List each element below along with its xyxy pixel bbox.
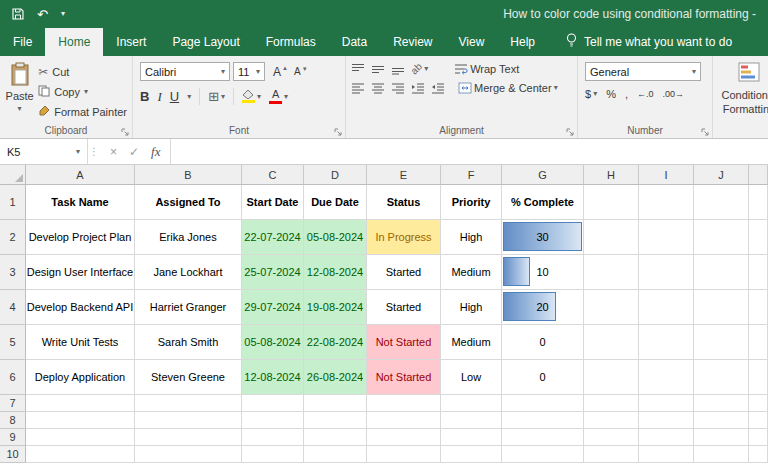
cell[interactable]	[584, 360, 639, 395]
cell[interactable]	[584, 429, 639, 446]
row-header-5[interactable]: 5	[0, 325, 26, 360]
cell[interactable]	[441, 412, 502, 429]
bottom-align-icon[interactable]	[391, 63, 405, 75]
cell[interactable]	[135, 429, 242, 446]
font-dialog-launcher-icon[interactable]	[334, 128, 342, 136]
cell[interactable]	[694, 325, 749, 360]
cell-D3[interactable]: 12-08-2024	[304, 255, 367, 290]
row-header-7[interactable]: 7	[0, 395, 26, 412]
wrap-text-button[interactable]: Wrap Text	[454, 63, 519, 75]
col-header-F[interactable]: F	[441, 165, 502, 185]
cell-A4[interactable]: Develop Backend API	[26, 290, 135, 325]
cell[interactable]	[694, 185, 749, 220]
cell[interactable]	[441, 395, 502, 412]
cell-C3[interactable]: 25-07-2024	[242, 255, 304, 290]
decrease-decimal-icon[interactable]: .00→	[663, 89, 685, 99]
cell-D2[interactable]: 05-08-2024	[304, 220, 367, 255]
cell[interactable]	[242, 412, 304, 429]
cell[interactable]	[694, 290, 749, 325]
cell[interactable]	[749, 255, 768, 290]
tab-formulas[interactable]: Formulas	[253, 28, 329, 56]
row-header-1[interactable]: 1	[0, 185, 26, 220]
cell-E3[interactable]: Started	[367, 255, 441, 290]
center-icon[interactable]	[371, 82, 385, 94]
cell[interactable]	[749, 446, 768, 463]
cell[interactable]	[584, 395, 639, 412]
cell[interactable]	[694, 412, 749, 429]
cell-C2[interactable]: 22-07-2024	[242, 220, 304, 255]
cell[interactable]	[304, 446, 367, 463]
underline-dropdown-icon[interactable]: ▾	[187, 92, 191, 101]
font-color-button[interactable]: A▾	[269, 89, 288, 104]
percent-style-button[interactable]: %	[606, 88, 616, 100]
align-left-icon[interactable]	[351, 82, 365, 94]
cell[interactable]	[584, 290, 639, 325]
cell[interactable]	[367, 395, 441, 412]
cell[interactable]	[135, 395, 242, 412]
row-header-3[interactable]: 3	[0, 255, 26, 290]
decrease-font-size-button[interactable]: A▼	[294, 66, 308, 77]
number-dialog-launcher-icon[interactable]	[701, 128, 709, 136]
cell-E6[interactable]: Not Started	[367, 360, 441, 395]
increase-indent-icon[interactable]	[431, 82, 445, 94]
cell-G2[interactable]: 30	[502, 220, 584, 255]
cancel-icon[interactable]: ×	[110, 145, 117, 159]
cell[interactable]	[694, 220, 749, 255]
increase-font-size-button[interactable]: A▲	[273, 65, 288, 79]
cell[interactable]	[749, 429, 768, 446]
row-header-10[interactable]: 10	[0, 446, 26, 463]
row-header-6[interactable]: 6	[0, 360, 26, 395]
font-name-select[interactable]: Calibri ▾	[140, 62, 230, 81]
cell-B4[interactable]: Harriet Granger	[135, 290, 242, 325]
cell[interactable]	[639, 446, 694, 463]
cell[interactable]	[639, 255, 694, 290]
cell[interactable]	[639, 360, 694, 395]
cell-F2[interactable]: High	[441, 220, 502, 255]
col-header-G[interactable]: G	[502, 165, 584, 185]
col-header-H[interactable]: H	[584, 165, 639, 185]
clipboard-dialog-launcher-icon[interactable]	[121, 128, 129, 136]
cell[interactable]	[367, 412, 441, 429]
fill-color-button[interactable]: ▾	[242, 90, 261, 103]
tab-home[interactable]: Home	[45, 28, 103, 56]
alignment-dialog-launcher-icon[interactable]	[566, 128, 574, 136]
customize-quick-access-icon[interactable]: ▾	[61, 10, 65, 18]
cell[interactable]	[749, 185, 768, 220]
cell[interactable]	[639, 290, 694, 325]
increase-decimal-icon[interactable]: ←.0	[637, 89, 654, 99]
paste-button[interactable]: Paste ▾	[5, 59, 34, 123]
cell-B6[interactable]: Steven Greene	[135, 360, 242, 395]
merge-center-button[interactable]: Merge & Center ▾	[458, 82, 558, 94]
cell[interactable]	[584, 325, 639, 360]
cell[interactable]	[367, 446, 441, 463]
cell[interactable]	[135, 412, 242, 429]
cell-G5[interactable]: 0	[502, 325, 584, 360]
cell-G3[interactable]: 10	[502, 255, 584, 290]
cell[interactable]	[304, 429, 367, 446]
cell-D6[interactable]: 26-08-2024	[304, 360, 367, 395]
col-header-E[interactable]: E	[367, 165, 441, 185]
cell[interactable]	[694, 446, 749, 463]
cell[interactable]	[135, 446, 242, 463]
cell[interactable]	[749, 412, 768, 429]
cell[interactable]	[502, 395, 584, 412]
underline-button[interactable]: U	[170, 89, 179, 104]
cell[interactable]	[441, 429, 502, 446]
cell-C4[interactable]: 29-07-2024	[242, 290, 304, 325]
cell-B3[interactable]: Jane Lockhart	[135, 255, 242, 290]
cell[interactable]	[749, 395, 768, 412]
tab-data[interactable]: Data	[329, 28, 380, 56]
cell-G1[interactable]: % Complete	[502, 185, 584, 220]
cell[interactable]	[694, 429, 749, 446]
copy-button[interactable]: Copy ▾	[38, 83, 127, 100]
row-header-2[interactable]: 2	[0, 220, 26, 255]
cut-button[interactable]: ✂ Cut	[38, 63, 127, 80]
conditional-formatting-button[interactable]: Conditional Formatting	[718, 59, 768, 138]
tab-help[interactable]: Help	[497, 28, 548, 56]
cell-C1[interactable]: Start Date	[242, 185, 304, 220]
cell-B2[interactable]: Erika Jones	[135, 220, 242, 255]
cell[interactable]	[749, 220, 768, 255]
cell-A2[interactable]: Develop Project Plan	[26, 220, 135, 255]
cell[interactable]	[26, 395, 135, 412]
formula-input[interactable]	[171, 139, 768, 164]
